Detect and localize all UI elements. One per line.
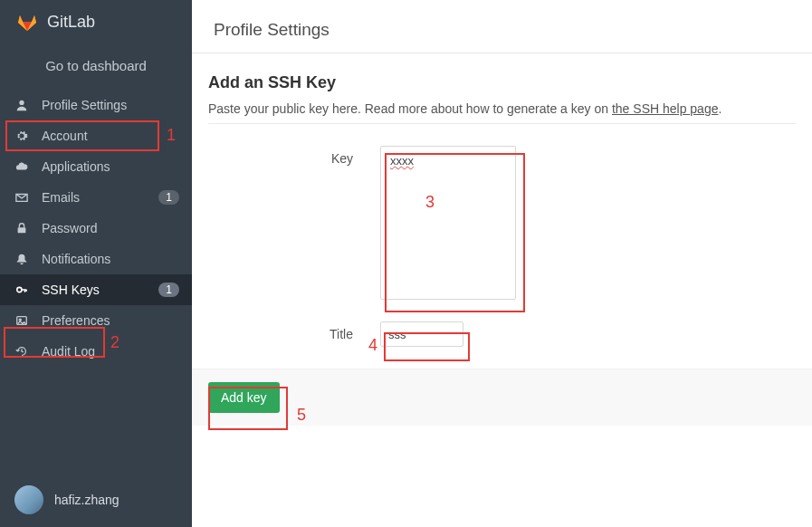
form-row-key: Key xxxx [208,146,796,300]
sidebar-item-label: Emails [42,190,80,205]
title-input[interactable] [380,321,463,347]
ssh-help-link[interactable]: the SSH help page [612,101,719,116]
sidebar-item-label: Password [42,221,97,235]
topbar: Profile Settings [192,0,812,53]
sidebar-nav: Profile Settings Account Applications Em… [0,90,192,367]
key-icon [14,283,29,297]
section-heading: Add an SSH Key [208,73,796,92]
sidebar-item-ssh-keys[interactable]: SSH Keys 1 [0,274,192,305]
brand: GitLab [0,0,192,45]
bell-icon [14,252,29,266]
sidebar-item-audit-log[interactable]: Audit Log [0,336,192,367]
svg-point-2 [17,287,22,292]
sidebar-item-profile-settings[interactable]: Profile Settings [0,90,192,120]
lock-icon [14,221,29,235]
avatar [14,485,43,514]
user-name: hafiz.zhang [54,493,119,507]
sidebar-item-emails[interactable]: Emails 1 [0,182,192,213]
cloud-icon [14,159,29,174]
sidebar-item-notifications[interactable]: Notifications [0,244,192,274]
sidebar-item-label: Preferences [42,313,110,328]
gear-icon [14,129,29,143]
sidebar-badge: 1 [158,190,179,205]
add-key-button[interactable]: Add key [208,382,280,413]
sidebar-item-password[interactable]: Password [0,213,192,244]
sidebar-item-account[interactable]: Account [0,120,192,151]
help-text: Paste your public key here. Read more ab… [208,101,796,116]
key-label: Key [208,146,380,166]
title-label: Title [208,321,380,341]
svg-point-4 [19,319,21,321]
user-block[interactable]: hafiz.zhang [0,473,192,527]
page-title: Profile Settings [214,20,790,40]
sidebar-item-label: Audit Log [42,344,95,359]
dashboard-link[interactable]: Go to dashboard [0,45,192,90]
sidebar-item-label: Notifications [42,252,110,266]
user-icon [14,98,29,112]
svg-rect-1 [18,227,26,233]
gitlab-logo-icon [16,11,38,33]
key-textarea[interactable]: xxxx [380,146,516,300]
content: Add an SSH Key Paste your public key her… [192,53,812,369]
help-post: . [718,101,721,116]
svg-point-0 [19,101,24,105]
sidebar-item-label: Profile Settings [42,98,127,112]
sidebar: GitLab Go to dashboard Profile Settings … [0,0,192,527]
image-icon [14,313,29,328]
sidebar-item-label: Account [42,129,88,143]
main: Profile Settings Add an SSH Key Paste yo… [192,0,812,527]
form-row-title: Title [208,321,796,347]
divider [208,123,796,124]
sidebar-item-preferences[interactable]: Preferences [0,305,192,336]
envelope-icon [14,190,29,205]
history-icon [14,344,29,359]
sidebar-item-label: SSH Keys [42,283,100,297]
sidebar-item-label: Applications [42,159,110,174]
help-pre: Paste your public key here. Read more ab… [208,101,612,116]
sidebar-badge: 1 [158,283,179,297]
form-footer: Add key [192,369,812,426]
sidebar-item-applications[interactable]: Applications [0,151,192,182]
brand-label: GitLab [47,13,95,32]
